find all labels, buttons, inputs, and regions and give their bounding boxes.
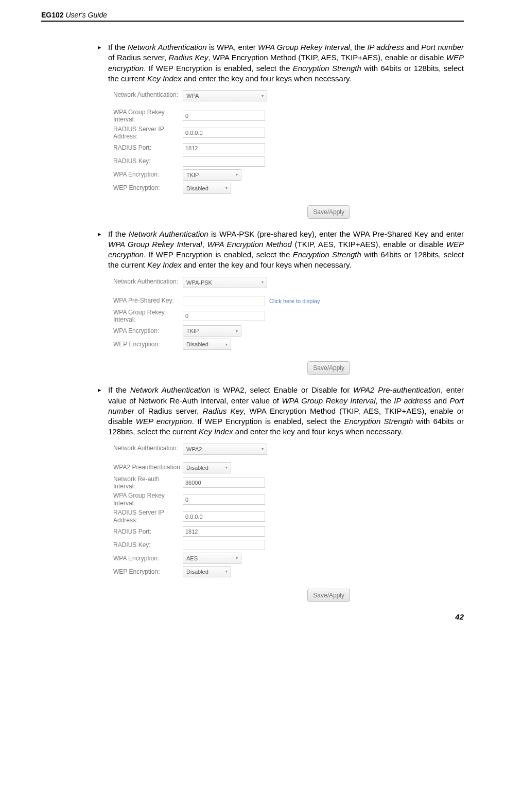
field-label: RADIUS Port:: [113, 527, 183, 536]
field-label: RADIUS Server IP Address:: [113, 125, 183, 142]
field-label: RADIUS Server IP Address:: [113, 508, 183, 525]
dropdown-field[interactable]: Disabled▾: [183, 339, 231, 350]
chevron-down-icon: ▾: [236, 329, 238, 333]
auth-label: Network Authentication:: [113, 90, 183, 99]
save-apply-button[interactable]: Save/Apply: [307, 361, 350, 375]
bullet-text: If the Network Authentication is WPA, en…: [108, 42, 464, 84]
field-label: RADIUS Key:: [113, 540, 183, 550]
field-label: WEP Encryption:: [113, 183, 183, 192]
dropdown-field[interactable]: TKIP▾: [183, 169, 241, 181]
bullet-arrow-icon: ▸: [98, 229, 108, 271]
chevron-down-icon: ▾: [225, 569, 228, 574]
text-input[interactable]: 0.0.0.0: [183, 128, 265, 138]
chevron-down-icon: ▾: [236, 556, 238, 560]
text-input[interactable]: 0.0.0.0: [183, 511, 265, 522]
text-input[interactable]: 36000: [183, 478, 265, 488]
field-label: WPA Pre-Shared Key:: [113, 296, 183, 305]
chevron-down-icon: ▾: [225, 186, 228, 190]
chevron-down-icon: ▾: [225, 342, 228, 347]
reveal-key-link[interactable]: Click here to display: [269, 298, 320, 304]
text-input[interactable]: 0: [183, 495, 265, 505]
text-input[interactable]: 0: [183, 311, 265, 321]
page-number: 42: [41, 612, 464, 621]
field-label: Network Re-auth Interval:: [113, 474, 183, 491]
chevron-down-icon: ▾: [262, 94, 264, 98]
field-label: WPA Group Rekey Interval:: [113, 108, 183, 125]
config-panel: Network Authentication:WPA2▾WPA2 Preauth…: [113, 444, 464, 602]
auth-label: Network Authentication:: [113, 277, 183, 286]
field-label: RADIUS Port:: [113, 143, 183, 152]
network-auth-dropdown[interactable]: WPA-PSK▾: [183, 277, 267, 288]
text-input[interactable]: 1812: [183, 526, 265, 537]
dropdown-field[interactable]: Disabled▾: [183, 183, 231, 194]
header-suffix: User's Guide: [65, 11, 107, 19]
text-input[interactable]: [183, 156, 265, 167]
bullet-text: If the Network Authentication is WPA-PSK…: [108, 229, 464, 271]
field-label: WPA Encryption:: [113, 326, 183, 336]
text-input[interactable]: 0: [183, 111, 265, 121]
bullet-block: ▸If the Network Authentication is WPA, e…: [98, 42, 464, 84]
dropdown-field[interactable]: TKIP▾: [183, 325, 241, 337]
text-input[interactable]: 1812: [183, 143, 265, 153]
field-label: WPA2 Preauthentication:: [113, 463, 183, 472]
config-panel: Network Authentication:WPA-PSK▾WPA Pre-S…: [113, 277, 464, 375]
bullet-arrow-icon: ▸: [98, 42, 108, 84]
bullet-block: ▸If the Network Authentication is WPA-PS…: [98, 229, 464, 271]
chevron-down-icon: ▾: [262, 447, 264, 451]
save-apply-button[interactable]: Save/Apply: [307, 205, 350, 219]
config-panel: Network Authentication:WPA▾WPA Group Rek…: [113, 90, 464, 219]
field-label: WPA Group Rekey Interval:: [113, 491, 183, 508]
save-apply-button[interactable]: Save/Apply: [307, 589, 350, 602]
network-auth-dropdown[interactable]: WPA▾: [183, 90, 267, 101]
text-input[interactable]: [183, 540, 265, 550]
chevron-down-icon: ▾: [225, 465, 228, 470]
bullet-block: ▸If the Network Authentication is WPA2, …: [98, 385, 464, 437]
bullet-text: If the Network Authentication is WPA2, s…: [108, 385, 464, 437]
dropdown-field[interactable]: AES▾: [183, 553, 241, 564]
page-header: EG102 User's Guide: [41, 10, 464, 22]
field-label: RADIUS Key:: [113, 156, 183, 166]
bullet-arrow-icon: ▸: [98, 385, 108, 437]
field-label: WEP Encryption:: [113, 567, 183, 576]
chevron-down-icon: ▾: [236, 172, 238, 177]
field-label: WPA Encryption:: [113, 554, 183, 563]
dropdown-field[interactable]: Disabled▾: [183, 462, 231, 473]
text-input[interactable]: [183, 296, 265, 306]
dropdown-field[interactable]: Disabled▾: [183, 566, 231, 577]
network-auth-dropdown[interactable]: WPA2▾: [183, 444, 267, 455]
field-label: WEP Encryption:: [113, 340, 183, 349]
header-model: EG102: [41, 11, 64, 19]
field-label: WPA Group Rekey Interval:: [113, 308, 183, 325]
field-label: WPA Encryption:: [113, 170, 183, 179]
chevron-down-icon: ▾: [262, 280, 264, 285]
auth-label: Network Authentication:: [113, 444, 183, 453]
